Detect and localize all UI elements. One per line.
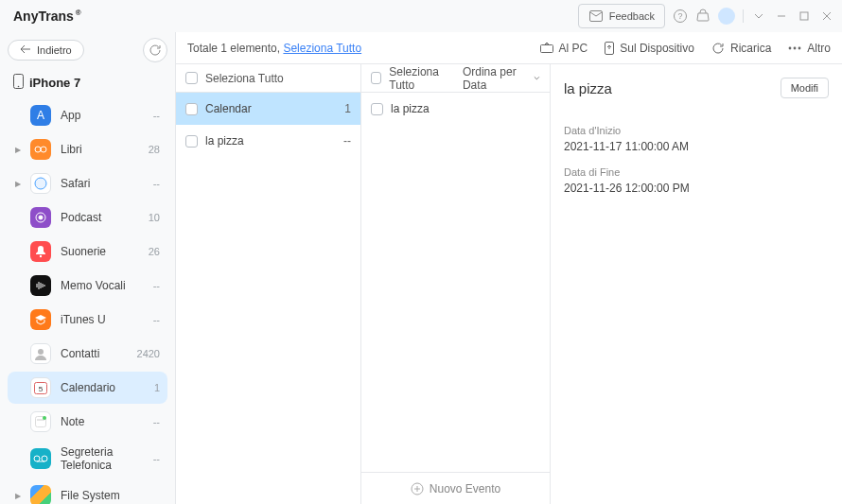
svg-point-11: [39, 216, 43, 219]
sidebar-item-books[interactable]: ▶ Libri 28: [8, 133, 167, 165]
sidebar-item-voice-memos[interactable]: Memo Vocali --: [8, 269, 167, 302]
col2-body: la pizza: [361, 93, 550, 472]
more-button[interactable]: Altro: [788, 42, 831, 55]
sidebar-item-app[interactable]: A App --: [8, 99, 167, 131]
books-icon: [30, 139, 51, 160]
sidebar-item-safari[interactable]: ▶ Safari --: [8, 167, 167, 200]
new-event-button[interactable]: Nuovo Evento: [361, 472, 550, 504]
columns: Seleziona Tutto Calendar 1 la pizza --: [176, 64, 842, 504]
sort-label: Ordina per Data: [463, 65, 530, 92]
svg-point-18: [43, 416, 46, 420]
sidebar-item-label: Memo Vocali: [61, 279, 144, 292]
back-button[interactable]: Indietro: [8, 40, 84, 61]
sort-button[interactable]: Ordina per Data: [463, 65, 540, 92]
events-column: Seleziona Tutto Ordina per Data la pizza…: [361, 64, 551, 504]
sidebar-item-count: --: [153, 416, 160, 427]
svg-rect-4: [800, 12, 808, 20]
back-label: Indietro: [37, 44, 72, 56]
row-checkbox[interactable]: [185, 135, 198, 148]
svg-point-7: [35, 147, 41, 152]
refresh-label: Ricarica: [730, 42, 771, 55]
select-all-checkbox[interactable]: [185, 72, 198, 84]
sidebar-item-count: --: [153, 314, 160, 325]
sidebar-top-row: Indietro: [8, 38, 167, 62]
on-device-label: Sul Dispositivo: [620, 42, 694, 55]
close-icon[interactable]: [819, 9, 834, 24]
safari-icon: [30, 173, 51, 194]
select-all-checkbox[interactable]: [371, 72, 381, 84]
main: Indietro iPhone 7 A App -- ▶ Libri 28: [0, 32, 842, 504]
row-count: 1: [328, 102, 351, 115]
calendar-group-row[interactable]: la pizza --: [176, 125, 360, 157]
event-row[interactable]: la pizza: [361, 93, 550, 125]
sidebar-item-voicemail[interactable]: Segreteria Telefonica --: [8, 440, 167, 478]
to-pc-label: Al PC: [559, 42, 588, 55]
svg-point-9: [35, 178, 46, 189]
svg-text:5: 5: [39, 385, 44, 393]
to-pc-button[interactable]: Al PC: [540, 42, 588, 55]
sidebar-item-label: App: [61, 109, 144, 122]
brand-name: AnyTrans: [13, 9, 74, 24]
feedback-button[interactable]: Feedback: [578, 4, 665, 28]
row-count: --: [328, 134, 351, 148]
row-checkbox[interactable]: [185, 103, 198, 115]
svg-point-20: [42, 456, 47, 461]
col1-body: Calendar 1 la pizza --: [176, 93, 360, 504]
sidebar-item-ringtones[interactable]: Suonerie 26: [8, 235, 167, 268]
sidebar-item-count: 10: [149, 212, 160, 223]
drive-icon: [30, 485, 51, 504]
sidebar-item-count: 26: [149, 246, 160, 257]
sidebar-item-label: Libri: [61, 143, 139, 156]
app-brand: AnyTrans®: [13, 9, 81, 24]
shop-icon[interactable]: [695, 9, 710, 24]
voicemail-icon: [30, 448, 51, 469]
new-event-label: Nuovo Evento: [430, 482, 500, 495]
col1-header-label: Seleziona Tutto: [205, 72, 284, 85]
toolbar-actions: Al PC Sul Dispositivo Ricarica Altro: [540, 42, 831, 55]
app-icon: A: [30, 105, 51, 126]
toolbar: Totale 1 elemento, Seleziona Tutto Al PC…: [176, 32, 842, 64]
sidebar-item-notes[interactable]: Note --: [8, 406, 167, 438]
select-all-link[interactable]: Seleziona Tutto: [283, 42, 361, 55]
calendar-group-row[interactable]: Calendar 1: [176, 93, 360, 125]
sidebar-list: A App -- ▶ Libri 28 ▶ Safari -- Podcast …: [8, 99, 167, 504]
chevron-down-icon[interactable]: [751, 9, 766, 24]
modify-button[interactable]: Modifi: [781, 78, 829, 98]
waveform-icon: [30, 275, 51, 296]
sidebar-item-contacts[interactable]: Contatti 2420: [8, 338, 167, 370]
bell-icon: [30, 241, 51, 262]
detail-column: la pizza Modifi Data d'Inizio 2021-11-17…: [551, 64, 842, 504]
sidebar-refresh-button[interactable]: [143, 38, 167, 62]
col2-header: Seleziona Tutto Ordina per Data: [361, 64, 550, 93]
sidebar-item-label: Note: [61, 415, 144, 428]
content: Totale 1 elemento, Seleziona Tutto Al PC…: [175, 32, 842, 504]
minimize-icon[interactable]: [774, 9, 789, 24]
brand-reg: ®: [76, 9, 81, 17]
refresh-button[interactable]: Ricarica: [711, 42, 771, 55]
more-label: Altro: [807, 42, 831, 55]
help-icon[interactable]: ?: [673, 9, 688, 24]
row-label: la pizza: [205, 134, 321, 148]
sidebar-item-count: 1: [154, 382, 160, 393]
on-device-button[interactable]: Sul Dispositivo: [605, 42, 694, 55]
sidebar-item-calendar[interactable]: 5 Calendario 1: [8, 372, 167, 404]
sidebar-item-label: Calendario: [61, 381, 145, 394]
calendar-group-column: Seleziona Tutto Calendar 1 la pizza --: [176, 64, 361, 504]
device-name: iPhone 7: [8, 72, 167, 99]
caret-icon: ▶: [15, 146, 21, 154]
row-label: la pizza: [391, 102, 540, 115]
sidebar-item-label: Segreteria Telefonica: [61, 445, 144, 472]
svg-rect-22: [540, 44, 553, 52]
sidebar-item-podcast[interactable]: Podcast 10: [8, 201, 167, 234]
maximize-icon[interactable]: [797, 9, 812, 24]
row-checkbox[interactable]: [371, 103, 383, 115]
feedback-label: Feedback: [609, 10, 655, 22]
end-date-label: Data di Fine: [564, 166, 829, 178]
titlebar: AnyTrans® Feedback ?: [0, 0, 842, 32]
avatar[interactable]: [718, 8, 735, 25]
svg-point-6: [18, 86, 20, 88]
start-date-value: 2021-11-17 11:00:00 AM: [564, 140, 829, 153]
sidebar-item-filesystem[interactable]: ▶ File System: [8, 479, 167, 504]
mail-icon: [588, 9, 604, 24]
sidebar-item-itunesu[interactable]: iTunes U --: [8, 304, 167, 336]
